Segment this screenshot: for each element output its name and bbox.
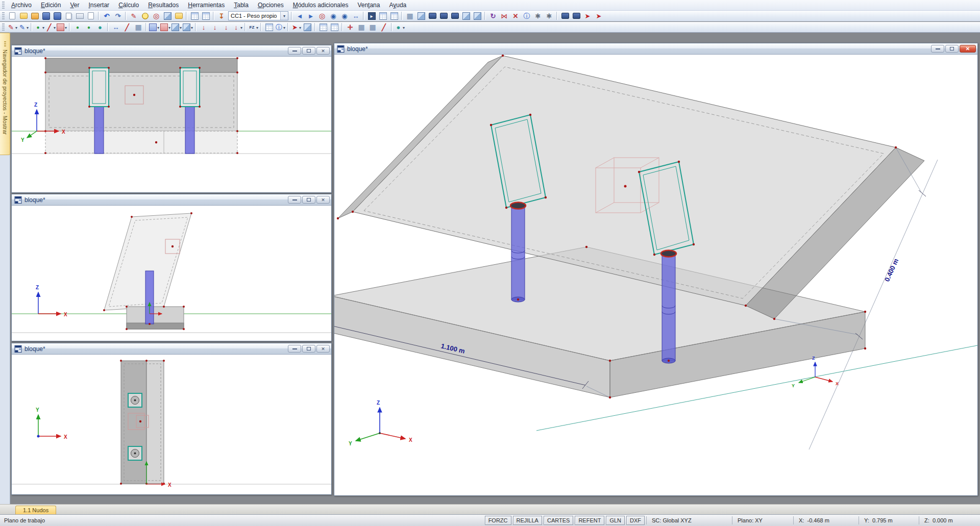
- animation-icon[interactable]: [366, 11, 377, 21]
- menu-archivo[interactable]: Archivo: [7, 1, 36, 10]
- menu-calculo[interactable]: Cálculo: [114, 1, 143, 10]
- menu-modulos-adicionales[interactable]: Módulos adicionales: [288, 1, 353, 10]
- save-icon[interactable]: [52, 11, 63, 21]
- opening-new-icon[interactable]: [160, 22, 171, 32]
- load-free-icon[interactable]: [232, 22, 243, 32]
- color-mode-icon[interactable]: [394, 22, 405, 32]
- view-visibility-icon[interactable]: [339, 11, 350, 21]
- print-icon[interactable]: [74, 11, 85, 21]
- info-icon[interactable]: [521, 11, 532, 21]
- results-icon[interactable]: [290, 22, 302, 32]
- new-table-icon[interactable]: [317, 22, 329, 32]
- find-node-icon[interactable]: [316, 11, 328, 21]
- tables-icon[interactable]: [189, 11, 200, 21]
- tab-nudos[interactable]: 1.1 Nudos: [15, 506, 56, 515]
- window-titlebar[interactable]: bloque* ✕: [12, 343, 331, 355]
- undo-icon[interactable]: [101, 11, 112, 21]
- perspective-view-icon[interactable]: [472, 11, 483, 21]
- nav-forward-icon[interactable]: [305, 11, 316, 21]
- toggle-refent[interactable]: REFENT: [575, 516, 604, 525]
- panel-control-icon[interactable]: [571, 11, 582, 21]
- pile-cylinder-right[interactable]: [661, 251, 676, 364]
- measure-icon[interactable]: [350, 11, 361, 21]
- new-view-icon[interactable]: [162, 11, 173, 21]
- view-yz-icon[interactable]: [449, 11, 460, 21]
- deformation-icon[interactable]: [302, 22, 313, 32]
- load-surface-icon[interactable]: [220, 22, 232, 32]
- display-mode-icon[interactable]: [404, 11, 415, 21]
- window-manager-icon[interactable]: [173, 11, 184, 21]
- restore-button[interactable]: [302, 47, 315, 55]
- combo-dropdown-icon[interactable]: ▾: [280, 12, 288, 20]
- node-grid-icon[interactable]: [83, 22, 94, 32]
- panel-display-icon[interactable]: [559, 11, 571, 21]
- restore-button[interactable]: [302, 196, 315, 204]
- pile-column[interactable]: [145, 271, 154, 324]
- window-titlebar[interactable]: bloque* ✕: [12, 45, 331, 57]
- window-titlebar[interactable]: bloque* ✕: [334, 43, 977, 55]
- menu-insertar[interactable]: Insertar: [84, 1, 114, 10]
- surface-new-icon[interactable]: [56, 22, 67, 32]
- snap-icon[interactable]: [151, 11, 162, 21]
- render-mode-icon[interactable]: [415, 11, 427, 21]
- hinge-new-icon[interactable]: [182, 22, 193, 32]
- zoom-icon[interactable]: [328, 11, 339, 21]
- table-layout-icon[interactable]: [200, 11, 211, 21]
- toggle-rejilla[interactable]: REJILLA: [513, 516, 542, 525]
- node-point[interactable]: [624, 185, 627, 188]
- close-button[interactable]: ✕: [316, 345, 330, 353]
- load-case-combo[interactable]: CC1 - Peso propio ▾: [228, 11, 288, 20]
- node-new-icon[interactable]: [34, 22, 45, 32]
- menu-ver[interactable]: Ver: [65, 1, 84, 10]
- new-file-icon[interactable]: [7, 11, 18, 21]
- section-view-canvas[interactable]: Z X: [12, 206, 331, 341]
- window-titlebar[interactable]: bloque* ✕: [12, 194, 331, 206]
- axes-toggle-icon[interactable]: [345, 22, 356, 32]
- project-manager-icon[interactable]: [29, 11, 40, 21]
- toolbar-grip[interactable]: [2, 2, 5, 9]
- minimize-button[interactable]: [288, 196, 301, 204]
- margin-arrow-1-icon[interactable]: [582, 11, 593, 21]
- sphere-tool-icon[interactable]: [94, 22, 106, 32]
- isometric-view-icon[interactable]: [460, 11, 472, 21]
- calc-tables-icon[interactable]: [377, 11, 388, 21]
- history-icon[interactable]: [139, 11, 151, 21]
- menu-herramientas[interactable]: Herramientas: [183, 1, 229, 10]
- view-xy-icon[interactable]: [427, 11, 438, 21]
- toggle-cartes[interactable]: CARTES: [544, 516, 573, 525]
- restore-button[interactable]: [302, 345, 315, 353]
- load-node-icon[interactable]: [198, 22, 209, 32]
- generate-load-icon[interactable]: FZ: [248, 22, 259, 32]
- open-file-icon[interactable]: [18, 11, 29, 21]
- iso-view-canvas[interactable]: 1.100 m 0.400 m: [334, 55, 977, 495]
- section-line-icon[interactable]: [121, 22, 133, 32]
- workplane-icon[interactable]: [356, 22, 367, 32]
- status-coordinate-system[interactable]: SC: Global XYZ: [646, 516, 732, 524]
- restore-button[interactable]: [945, 45, 959, 53]
- redo-icon[interactable]: [112, 11, 124, 21]
- margin-arrow-2-icon[interactable]: [593, 11, 604, 21]
- menu-tabla[interactable]: Tabla: [229, 1, 253, 10]
- rotate-view-icon[interactable]: [487, 11, 499, 21]
- menu-ventana[interactable]: Ventana: [353, 1, 384, 10]
- minimize-button[interactable]: [288, 345, 301, 353]
- select-special-icon[interactable]: [18, 22, 29, 32]
- close-button[interactable]: ✕: [316, 196, 330, 204]
- calc-results-icon[interactable]: [388, 11, 400, 21]
- toolbar-grip[interactable]: [2, 23, 5, 31]
- copy-icon[interactable]: [63, 11, 74, 21]
- toolbar-grip[interactable]: [2, 12, 5, 19]
- display-properties-icon[interactable]: [532, 11, 544, 21]
- export-table-icon[interactable]: [329, 22, 340, 32]
- top-view-canvas[interactable]: Y X X: [12, 355, 331, 494]
- model-manager-icon[interactable]: [40, 11, 52, 21]
- close-button[interactable]: ✕: [316, 47, 330, 55]
- solid-new-icon[interactable]: [149, 22, 160, 32]
- front-view-canvas[interactable]: Z X Y: [12, 57, 331, 192]
- guide-line-icon[interactable]: [378, 22, 389, 32]
- project-navigator-tab[interactable]: Navegador de proyectos - Mostrar: [0, 33, 10, 155]
- toggle-dxf[interactable]: DXF: [626, 516, 645, 525]
- check-model-icon[interactable]: [275, 22, 286, 32]
- block-plan[interactable]: [121, 361, 164, 484]
- calculate-icon[interactable]: [263, 22, 275, 32]
